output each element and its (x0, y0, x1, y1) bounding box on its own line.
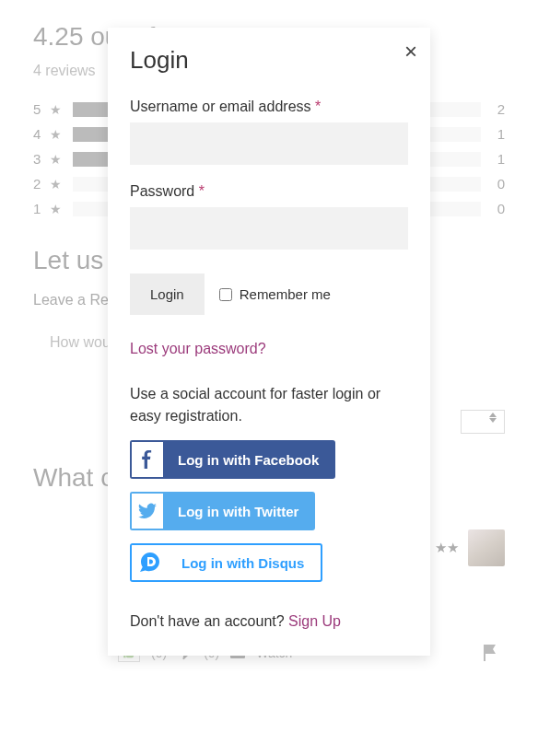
social-hint: Use a social account for faster login or… (130, 383, 397, 427)
remember-checkbox[interactable] (219, 288, 232, 301)
sign-up-link[interactable]: Sign Up (288, 613, 341, 629)
signup-row: Don't have an account? Sign Up (130, 613, 408, 630)
required-mark: * (315, 99, 321, 114)
login-facebook-label: Log in with Facebook (178, 452, 335, 468)
login-twitter-label: Log in with Twitter (178, 504, 315, 519)
login-modal: × Login Username or email address * Pass… (108, 28, 430, 656)
login-button[interactable]: Login (130, 273, 205, 315)
required-mark: * (199, 183, 205, 199)
username-input[interactable] (130, 122, 408, 165)
login-twitter-button[interactable]: Log in with Twitter (130, 492, 315, 530)
login-disqus-button[interactable]: Log in with Disqus (130, 543, 322, 582)
remember-me[interactable]: Remember me (219, 286, 331, 302)
no-account-label: Don't have an account? (130, 613, 288, 629)
modal-title: Login (130, 46, 408, 75)
password-input[interactable] (130, 207, 408, 250)
disqus-icon (132, 543, 169, 582)
facebook-icon (130, 440, 165, 479)
close-button[interactable]: × (404, 41, 417, 63)
login-facebook-button[interactable]: Log in with Facebook (130, 440, 335, 479)
remember-label: Remember me (240, 286, 331, 302)
twitter-icon (130, 492, 165, 530)
login-disqus-label: Log in with Disqus (181, 555, 321, 571)
lost-password-link[interactable]: Lost your password? (130, 341, 266, 357)
password-label: Password * (130, 183, 408, 200)
username-label: Username or email address * (130, 99, 408, 115)
